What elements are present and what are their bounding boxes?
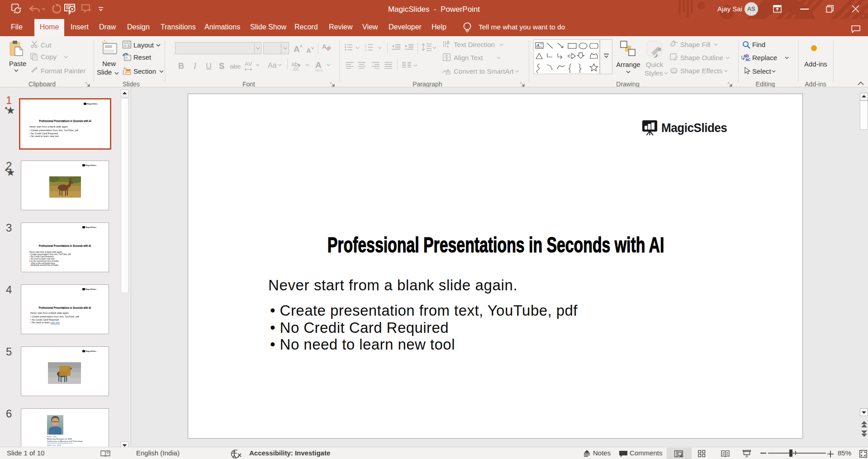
svg-text:3: 3 [365,49,367,51]
svg-text:A: A [446,40,450,45]
svg-text:ac: ac [745,57,751,62]
